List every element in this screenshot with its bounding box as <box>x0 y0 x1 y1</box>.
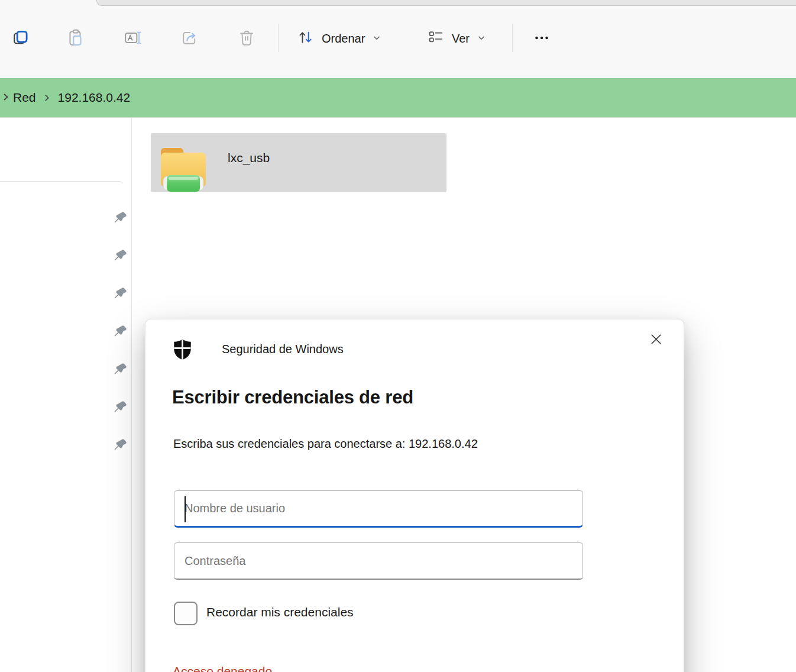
chevron-down-icon <box>477 32 486 46</box>
pin-icon <box>112 248 128 266</box>
toolbar-divider <box>512 24 513 52</box>
address-bar: Red 192.168.0.42 <box>0 78 796 118</box>
tab-strip <box>96 0 796 6</box>
view-icon <box>427 28 445 49</box>
close-icon <box>649 332 664 349</box>
credential-dialog: Seguridad de Windows Escribir credencial… <box>145 319 684 672</box>
pin-button[interactable] <box>111 400 129 418</box>
password-input[interactable] <box>174 542 583 580</box>
chevron-right-icon <box>1 92 11 102</box>
pin-button[interactable] <box>111 248 129 266</box>
pin-button[interactable] <box>111 211 129 228</box>
nav-section-divider <box>0 181 121 182</box>
rename-icon <box>123 28 143 48</box>
trash-icon <box>237 28 257 48</box>
sort-menu-button[interactable]: Ordenar <box>289 22 390 54</box>
text-caret <box>185 496 186 522</box>
paste-button[interactable] <box>62 24 89 51</box>
copy-button[interactable] <box>7 24 34 51</box>
view-menu-button[interactable]: Ver <box>419 22 494 54</box>
pin-icon <box>112 400 128 418</box>
chevron-down-icon <box>372 32 381 46</box>
close-button[interactable] <box>643 327 669 353</box>
view-menu-label: Ver <box>452 32 470 46</box>
more-options-button[interactable] <box>526 24 557 51</box>
share-icon <box>179 28 199 48</box>
nav-pane-divider <box>131 118 132 672</box>
breadcrumb-item-host[interactable]: 192.168.0.42 <box>57 88 132 107</box>
pin-icon <box>112 286 128 304</box>
pin-icon <box>112 324 128 342</box>
dialog-title: Escribir credenciales de red <box>172 387 413 408</box>
error-message: Acceso denegado. <box>173 664 276 672</box>
delete-button[interactable] <box>233 24 260 51</box>
remember-checkbox[interactable] <box>174 602 198 625</box>
file-tile-lxc-usb[interactable]: lxc_usb <box>151 133 446 192</box>
remember-checkbox-label: Recordar mis credenciales <box>206 605 354 619</box>
breadcrumb-item-network[interactable]: Red <box>12 88 37 107</box>
sort-icon <box>297 28 315 49</box>
copy-icon <box>11 28 31 48</box>
share-button[interactable] <box>176 24 203 51</box>
pin-icon <box>112 438 128 455</box>
dialog-subtitle: Escriba sus credenciales para conectarse… <box>173 437 478 451</box>
chevron-right-icon <box>43 93 51 102</box>
sort-menu-label: Ordenar <box>322 32 365 46</box>
toolbar: Ordenar Ver <box>0 0 796 76</box>
pin-button[interactable] <box>111 324 129 342</box>
shield-icon <box>173 338 192 363</box>
username-input[interactable] <box>174 490 583 528</box>
ellipsis-icon <box>532 28 552 48</box>
folder-icon <box>158 141 208 195</box>
pin-icon <box>112 211 128 228</box>
file-name: lxc_usb <box>228 151 270 165</box>
pin-button[interactable] <box>111 286 129 304</box>
toolbar-divider <box>278 24 279 52</box>
content-area: lxc_usb Seguridad de Windows <box>0 118 796 672</box>
paste-icon <box>66 28 86 48</box>
pin-button[interactable] <box>111 438 129 455</box>
rename-button[interactable] <box>119 24 147 51</box>
explorer-window: Ordenar Ver <box>0 0 796 672</box>
pin-button[interactable] <box>111 362 129 380</box>
dialog-app-title: Seguridad de Windows <box>222 343 344 356</box>
pin-icon <box>112 362 128 380</box>
